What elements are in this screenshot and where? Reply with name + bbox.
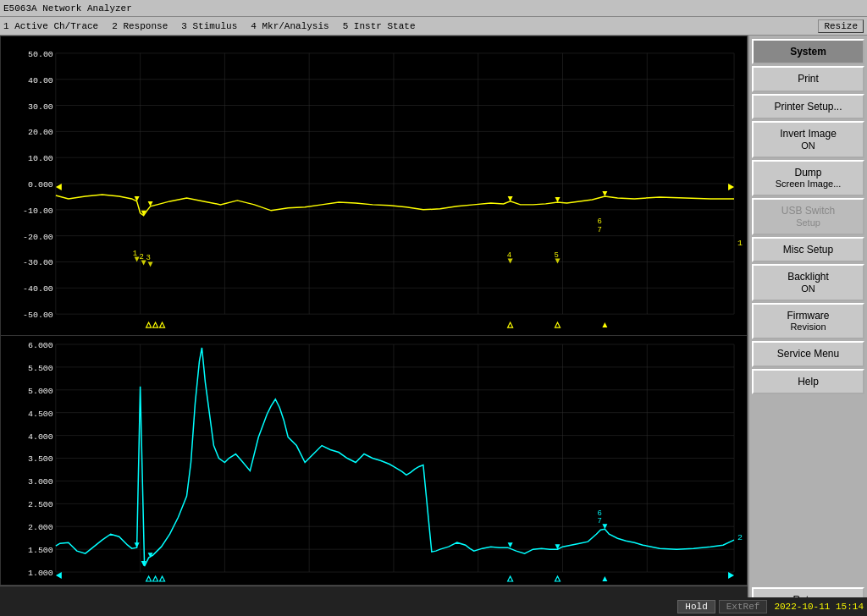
backlight-button[interactable]: BacklightON bbox=[752, 264, 864, 301]
chart-bottom: Tr2 S11 SWR 500.0 m/ Ref 1.000 [F1] 1 /2… bbox=[0, 336, 748, 586]
svg-text:0.000: 0.000 bbox=[28, 180, 53, 190]
svg-text:2.500: 2.500 bbox=[28, 500, 53, 509]
svg-text:2.000: 2.000 bbox=[28, 523, 53, 532]
print-button[interactable]: Print bbox=[752, 66, 864, 91]
system-button[interactable]: System bbox=[752, 39, 864, 64]
usb-switch-setup-button[interactable]: USB SwitchSetup bbox=[752, 198, 864, 235]
sidebar: System Print Printer Setup... Invert Ima… bbox=[748, 36, 867, 616]
service-menu-button[interactable]: Service Menu bbox=[752, 341, 864, 366]
svg-text:2: 2 bbox=[140, 253, 144, 261]
titlebar: E5063A Network Analyzer bbox=[0, 0, 867, 17]
svg-text:5: 5 bbox=[555, 251, 559, 260]
svg-text:3: 3 bbox=[146, 255, 151, 263]
hold-bar: Hold ExtRef 2022-10-11 15:14 bbox=[0, 597, 867, 616]
svg-text:4: 4 bbox=[507, 251, 511, 260]
svg-text:1.500: 1.500 bbox=[28, 546, 53, 555]
menubar: 1 Active Ch/Trace 2 Response 3 Stimulus … bbox=[0, 17, 867, 36]
extref-button[interactable]: ExtRef bbox=[719, 600, 768, 613]
svg-text:7: 7 bbox=[597, 517, 601, 525]
firmware-revision-button[interactable]: FirmwareRevision bbox=[752, 303, 864, 340]
svg-text:-20.00: -20.00 bbox=[23, 233, 53, 242]
svg-text:50.00: 50.00 bbox=[28, 50, 53, 59]
svg-text:4.000: 4.000 bbox=[28, 432, 53, 442]
menu-mkr[interactable]: 4 Mkr/Analysis bbox=[251, 21, 329, 31]
svg-text:6: 6 bbox=[597, 217, 601, 226]
svg-text:5.500: 5.500 bbox=[28, 364, 53, 373]
chart-area: Tr1 S11 Log Mag 10.00 dB/ Ref 0.000 dB [… bbox=[0, 36, 748, 616]
svg-text:-50.00: -50.00 bbox=[23, 311, 53, 320]
svg-text:1.000: 1.000 bbox=[28, 569, 53, 578]
invert-image-button[interactable]: Invert ImageON bbox=[752, 121, 864, 158]
svg-text:-30.00: -30.00 bbox=[23, 258, 53, 267]
svg-text:5.000: 5.000 bbox=[28, 387, 53, 396]
svg-text:7: 7 bbox=[597, 226, 601, 234]
svg-rect-59 bbox=[1, 336, 747, 585]
menu-response[interactable]: 2 Response bbox=[112, 21, 168, 31]
printer-setup-button[interactable]: Printer Setup... bbox=[752, 94, 864, 119]
svg-text:1: 1 bbox=[737, 239, 743, 248]
resize-button[interactable]: Resize bbox=[818, 19, 864, 33]
menu-stimulus[interactable]: 3 Stimulus bbox=[181, 21, 237, 31]
svg-text:-10.00: -10.00 bbox=[23, 206, 53, 216]
svg-text:6.000: 6.000 bbox=[28, 341, 53, 350]
svg-text:20.00: 20.00 bbox=[28, 128, 53, 137]
chart-top-svg: 50.00 40.00 30.00 20.00 10.00 0.000 -10.… bbox=[1, 36, 747, 335]
svg-text:40.00: 40.00 bbox=[28, 76, 53, 85]
help-button[interactable]: Help bbox=[752, 369, 864, 394]
svg-text:10.00: 10.00 bbox=[28, 154, 53, 163]
svg-text:-40.00: -40.00 bbox=[23, 284, 53, 294]
dump-screen-button[interactable]: DumpScreen Image... bbox=[752, 160, 864, 197]
menu-active-ch[interactable]: 1 Active Ch/Trace bbox=[3, 21, 98, 31]
svg-rect-0 bbox=[1, 36, 747, 335]
svg-text:3.500: 3.500 bbox=[28, 454, 53, 464]
misc-setup-button[interactable]: Misc Setup bbox=[752, 237, 864, 262]
chart-top: Tr1 S11 Log Mag 10.00 dB/ Ref 0.000 dB [… bbox=[0, 36, 748, 336]
app-title: E5063A Network Analyzer bbox=[3, 3, 132, 14]
hold-button[interactable]: Hold bbox=[677, 600, 715, 613]
chart-bottom-svg: 6.000 5.500 5.000 4.500 4.000 3.500 3.00… bbox=[1, 336, 747, 585]
svg-text:2: 2 bbox=[737, 533, 743, 542]
menu-instr[interactable]: 5 Instr State bbox=[343, 21, 416, 31]
svg-text:1: 1 bbox=[133, 250, 137, 258]
main-area: Tr1 S11 Log Mag 10.00 dB/ Ref 0.000 dB [… bbox=[0, 36, 867, 616]
svg-text:4.500: 4.500 bbox=[28, 410, 53, 419]
svg-text:30.00: 30.00 bbox=[28, 102, 53, 112]
svg-text:3.000: 3.000 bbox=[28, 477, 53, 487]
datetime-label: 2022-10-11 15:14 bbox=[774, 602, 864, 612]
